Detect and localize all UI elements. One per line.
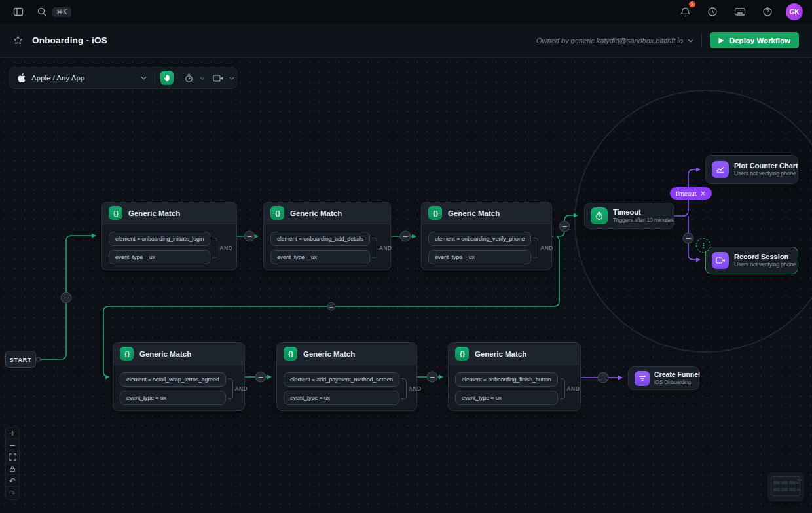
condition-pill[interactable]: element = onboarding_finish_button: [455, 372, 558, 387]
edge-remove-button[interactable]: −: [327, 302, 336, 311]
zoom-out-button[interactable]: −: [6, 439, 19, 451]
minimap-node: [797, 489, 800, 491]
search-button[interactable]: [33, 3, 51, 20]
node-title: Generic Match: [303, 350, 355, 358]
session-tool-button[interactable]: [211, 70, 225, 86]
apple-logo-icon: [18, 73, 26, 82]
edge-remove-button[interactable]: −: [427, 372, 438, 383]
and-bracket: [212, 238, 217, 258]
timeout-node[interactable]: Timeout Triggers after 10 minutes: [584, 203, 674, 229]
undo-button[interactable]: ↶: [6, 475, 19, 487]
node-header: { } Generic Match: [277, 343, 416, 365]
generic-match-node-3[interactable]: { } Generic Match element = onboarding_v…: [421, 202, 552, 270]
start-node[interactable]: START: [5, 351, 36, 368]
and-bracket: [560, 378, 565, 399]
edge-remove-button[interactable]: −: [61, 292, 72, 304]
workflow-edges: [0, 58, 812, 513]
generic-match-node-2[interactable]: { } Generic Match element = onboarding_a…: [263, 202, 391, 270]
toolbar-divider: [155, 72, 155, 84]
app-selector-dropdown[interactable]: Apple / Any App: [10, 67, 155, 88]
node-header: { } Generic Match: [113, 343, 244, 365]
minimap[interactable]: [767, 472, 804, 501]
timeout-badge-label: timeout: [676, 190, 696, 197]
redo-button[interactable]: ↷: [6, 487, 19, 499]
generic-match-node-6[interactable]: { } Generic Match element = onboarding_f…: [448, 342, 581, 411]
node-header: { } Generic Match: [102, 202, 236, 224]
favorite-button[interactable]: [13, 35, 23, 45]
node-title: Generic Match: [128, 209, 180, 217]
and-label: AND: [540, 245, 553, 251]
generic-match-node-1[interactable]: { } Generic Match element = onboarding_i…: [101, 202, 237, 270]
timer-tool-button[interactable]: [181, 70, 196, 86]
deploy-workflow-button[interactable]: Deploy Workflow: [710, 32, 799, 48]
node-body: element = onboarding_verify_phone event_…: [422, 224, 551, 264]
timeout-edge-badge[interactable]: timeout ×: [670, 187, 712, 200]
minimap-node: [781, 481, 788, 484]
workflow-header: Onboarding - iOS Owned by generic.katydi…: [0, 24, 812, 58]
chevron-down-icon: [229, 77, 234, 80]
condition-pill[interactable]: element = onboarding_initiate_login: [109, 232, 210, 246]
record-session-node[interactable]: Record Session Users not verifying phone: [705, 247, 798, 274]
and-label: AND: [235, 385, 248, 392]
keyboard-shortcuts-button[interactable]: [731, 3, 749, 20]
owner-dropdown[interactable]: Owned by generic.katydid@sandbox.bitdrif…: [536, 37, 693, 44]
condition-pill[interactable]: event_type = ux: [270, 250, 370, 264]
fit-view-icon: [9, 453, 16, 461]
create-funnel-node[interactable]: Create Funnel iOS Onboarding: [628, 366, 699, 390]
chevron-down-icon: [688, 39, 693, 43]
node-subtitle: iOS Onboarding: [654, 379, 700, 386]
condition-pill[interactable]: event_type = ux: [455, 391, 558, 405]
generic-match-node-4[interactable]: { } Generic Match element = scroll_wrap_…: [113, 342, 245, 411]
condition-pill[interactable]: element = scroll_wrap_terms_agreed: [120, 372, 226, 387]
condition-pill[interactable]: element = onboarding_verify_phone: [428, 232, 531, 246]
pan-tool-button[interactable]: [160, 71, 174, 85]
header-actions: Owned by generic.katydid@sandbox.bitdrif…: [536, 32, 799, 48]
keyboard-icon: [734, 7, 746, 17]
edge-remove-button[interactable]: −: [559, 221, 570, 232]
chevron-down-icon: [200, 77, 205, 80]
zoom-in-button[interactable]: +: [6, 427, 19, 439]
node-title: Generic Match: [475, 350, 526, 358]
deploy-workflow-label: Deploy Workflow: [729, 37, 790, 44]
node-subtitle: Triggers after 10 minutes: [613, 217, 673, 224]
user-avatar[interactable]: GK: [786, 3, 803, 20]
start-output-handle[interactable]: [37, 357, 41, 361]
braces-icon: { }: [109, 206, 122, 220]
condition-pill[interactable]: element = onboarding_add_details: [270, 232, 370, 246]
edge-remove-button[interactable]: −: [400, 231, 411, 242]
braces-icon: { }: [270, 206, 284, 220]
timer-options-chevron[interactable]: [197, 70, 207, 86]
generic-match-node-5[interactable]: { } Generic Match element = add_payment_…: [276, 342, 417, 411]
canvas-toolbar: Apple / Any App: [9, 67, 237, 89]
fit-view-button[interactable]: [6, 451, 19, 463]
node-subtitle: Users not verifying phone: [734, 170, 798, 177]
workflow-canvas[interactable]: Apple / Any App: [0, 58, 812, 513]
condition-pill[interactable]: event_type = ux: [109, 250, 210, 264]
help-button[interactable]: [758, 3, 777, 20]
close-icon[interactable]: ×: [700, 190, 705, 197]
plot-counter-chart-node[interactable]: Plot Counter Chart Users not verifying p…: [705, 155, 798, 184]
edge-remove-button[interactable]: −: [683, 233, 694, 244]
history-button[interactable]: [703, 3, 722, 20]
session-options-chevron[interactable]: [227, 70, 236, 86]
lock-interactivity-button[interactable]: [6, 463, 19, 475]
video-camera-icon: [712, 252, 729, 269]
video-camera-icon: [213, 74, 224, 82]
edge-options-handle[interactable]: ⋮: [696, 238, 710, 253]
condition-pill[interactable]: element = add_payment_method_screen: [284, 372, 399, 387]
condition-pill[interactable]: event_type = ux: [428, 250, 531, 264]
edge-remove-button[interactable]: −: [255, 372, 267, 383]
and-label: AND: [219, 245, 232, 251]
edge-remove-button[interactable]: −: [598, 372, 609, 383]
node-title: Plot Counter Chart: [734, 162, 798, 170]
node-body: element = onboarding_add_details event_t…: [264, 224, 390, 264]
condition-pill[interactable]: event_type = ux: [120, 391, 226, 405]
node-subtitle: Users not verifying phone: [734, 261, 796, 268]
panel-left-icon: [13, 7, 24, 17]
edge-remove-button[interactable]: −: [244, 231, 255, 242]
sidebar-toggle-button[interactable]: [9, 3, 28, 20]
notifications-button[interactable]: 7: [676, 3, 694, 20]
app-window: ⌘K 7: [0, 0, 812, 513]
node-body: element = add_payment_method_screen even…: [277, 365, 416, 405]
condition-pill[interactable]: event_type = ux: [284, 391, 399, 405]
